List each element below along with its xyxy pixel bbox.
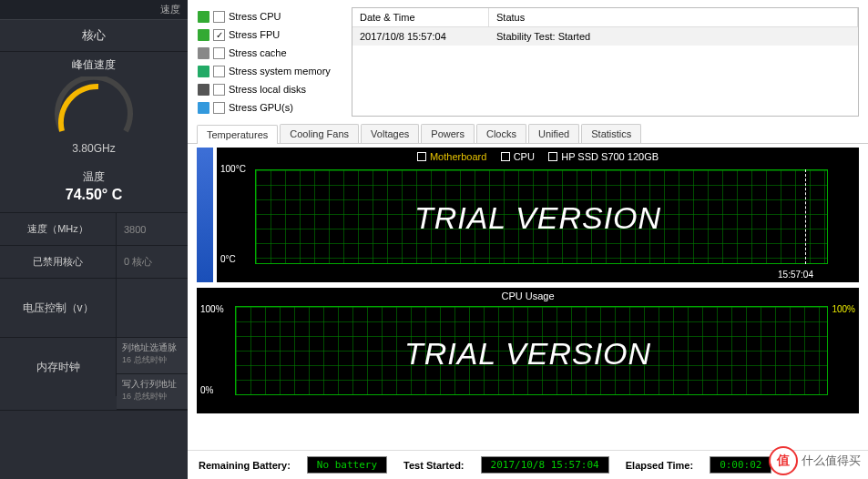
- gauge-title: 峰值速度: [72, 57, 116, 73]
- log-head-status: Status: [489, 8, 858, 26]
- stress-label: Stress local disks: [229, 84, 306, 95]
- svg-rect-1: [198, 29, 209, 41]
- sidebar-top-bar: 速度: [0, 0, 188, 20]
- log-head-datetime: Date & Time: [352, 8, 489, 26]
- svg-rect-4: [198, 84, 209, 96]
- stress-label: Stress CPU: [229, 11, 281, 22]
- stress-option-list: Stress CPU✓Stress FPUStress cacheStress …: [197, 7, 344, 117]
- svg-rect-3: [198, 66, 209, 77]
- trial-watermark: TRIAL VERSION: [404, 336, 651, 372]
- battery-label: Remaining Battery:: [199, 460, 291, 471]
- gauge-value: 3.80GHz: [72, 142, 115, 155]
- teststart-label: Test Started:: [403, 460, 464, 471]
- fpu-icon: [197, 28, 209, 41]
- tab-clocks[interactable]: Clocks: [476, 124, 526, 143]
- log-row[interactable]: 2017/10/8 15:57:04 Stability Test: Start…: [352, 27, 858, 46]
- tab-bar: TemperaturesCooling FansVoltagesPowersCl…: [188, 120, 868, 144]
- tab-powers[interactable]: Powers: [421, 124, 475, 143]
- legend-square-icon: [417, 152, 426, 161]
- temperature-chart: Motherboard CPU HP SSD S700 120GB 100°C …: [217, 148, 859, 282]
- legend-square-icon: [501, 152, 510, 161]
- svg-rect-2: [198, 47, 209, 59]
- stress-option-fpu[interactable]: ✓Stress FPU: [197, 25, 344, 44]
- stress-option-mem[interactable]: Stress system memory: [197, 62, 344, 80]
- time-marker-line: [805, 169, 806, 264]
- checkbox[interactable]: [213, 11, 225, 23]
- row-disabled-cores[interactable]: 已禁用核心 0 核心: [0, 246, 188, 279]
- stress-option-cpu[interactable]: Stress CPU: [197, 7, 344, 25]
- sidebar: 速度 核心 峰值速度 3.80GHz 温度 74.50° C 速: [0, 0, 188, 479]
- core-section-label: 核心: [0, 20, 188, 51]
- mem-clock-label[interactable]: 内存时钟: [0, 338, 117, 396]
- stress-label: Stress cache: [229, 47, 287, 58]
- yaxis-min: 0%: [200, 385, 213, 395]
- cpu-usage-chart: CPU Usage 100% 0% 100% TRIAL VERSION: [197, 288, 859, 413]
- gpu-icon: [197, 101, 209, 114]
- trial-watermark: TRIAL VERSION: [414, 200, 661, 236]
- stress-option-cache[interactable]: Stress cache: [197, 44, 344, 62]
- cache-icon: [197, 46, 209, 59]
- stress-label: Stress GPU(s): [229, 102, 293, 113]
- temp-label: 温度: [0, 169, 188, 185]
- elapsed-label: Elapsed Time:: [626, 460, 693, 471]
- tab-voltages[interactable]: Voltages: [361, 124, 419, 143]
- yaxis-max: 100°C: [220, 164, 246, 174]
- yaxis-max: 100%: [200, 304, 224, 314]
- yaxis-max-right: 100%: [832, 304, 855, 314]
- chart-sidebar-strip[interactable]: [197, 148, 213, 282]
- watermark-text: 什么值得买: [802, 453, 861, 469]
- tab-statistics[interactable]: Statistics: [581, 124, 641, 143]
- voltage-section-label[interactable]: 电压控制（v）: [0, 279, 117, 337]
- stress-label: Stress FPU: [229, 29, 280, 40]
- status-bar: Remaining Battery: No battery Test Start…: [188, 450, 868, 479]
- checkbox[interactable]: [213, 102, 225, 114]
- stress-option-gpu[interactable]: Stress GPU(s): [197, 98, 344, 117]
- checkbox[interactable]: [213, 84, 225, 96]
- site-watermark: 值 什么值得买: [769, 446, 861, 475]
- tab-unified[interactable]: Unified: [528, 124, 579, 143]
- mem-icon: [197, 65, 209, 77]
- cpu-icon: [197, 10, 209, 23]
- sidebar-top-label: 速度: [160, 3, 180, 16]
- svg-rect-5: [198, 102, 209, 114]
- svg-rect-0: [198, 11, 209, 23]
- tab-cooling-fans[interactable]: Cooling Fans: [280, 124, 359, 143]
- checkbox[interactable]: ✓: [213, 29, 225, 41]
- tab-temperatures[interactable]: Temperatures: [197, 125, 278, 144]
- yaxis-min: 0°C: [220, 254, 236, 264]
- teststart-value: 2017/10/8 15:57:04: [481, 456, 609, 474]
- watermark-badge-icon: 值: [769, 446, 798, 475]
- temp-value: 74.50° C: [0, 187, 188, 203]
- event-log-table: Date & Time Status 2017/10/8 15:57:04 St…: [352, 7, 859, 117]
- speed-gauge: [48, 76, 139, 140]
- mem-item-0[interactable]: 列地址选通脉 16 总线时钟: [117, 338, 188, 374]
- mem-item-1[interactable]: 写入行列地址 16 总线时钟: [117, 374, 188, 411]
- legend-square-icon: [548, 152, 557, 161]
- elapsed-value: 0:00:02: [710, 456, 771, 474]
- row-speed-mhz[interactable]: 速度（MHz） 3800: [0, 213, 188, 246]
- stress-label: Stress system memory: [229, 66, 331, 76]
- battery-value: No battery: [307, 456, 387, 474]
- stress-option-disk[interactable]: Stress local disks: [197, 80, 344, 98]
- usage-chart-title: CPU Usage: [197, 288, 859, 304]
- checkbox[interactable]: [213, 47, 225, 59]
- main-panel: Stress CPU✓Stress FPUStress cacheStress …: [188, 0, 868, 479]
- temp-legend: Motherboard CPU HP SSD S700 120GB: [217, 148, 859, 166]
- xaxis-time: 15:57:04: [778, 270, 813, 280]
- disk-icon: [197, 83, 209, 96]
- checkbox[interactable]: [213, 66, 225, 77]
